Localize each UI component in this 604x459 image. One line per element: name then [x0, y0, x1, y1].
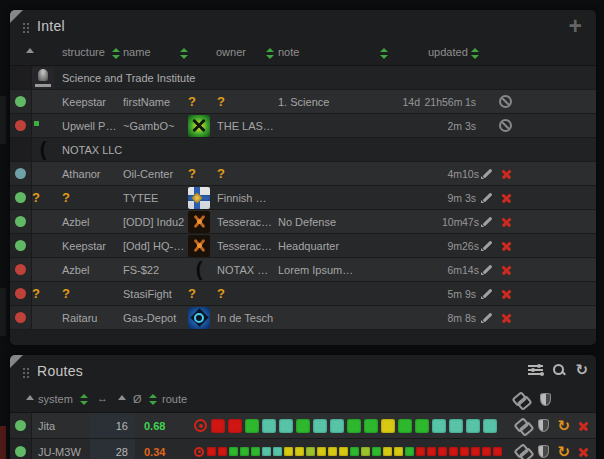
- link-icon[interactable]: [513, 394, 528, 405]
- edit-icon[interactable]: [481, 167, 494, 180]
- route-system-square-green[interactable]: [364, 419, 378, 433]
- route-system-square-teal[interactable]: [273, 447, 282, 456]
- route-row[interactable]: Jita160.68↻: [10, 413, 596, 439]
- sort-caret-status[interactable]: [26, 395, 34, 400]
- delete-icon[interactable]: [501, 168, 512, 179]
- route-system-square-red[interactable]: [438, 447, 447, 456]
- shield-icon[interactable]: [538, 445, 549, 458]
- delete-route-icon[interactable]: [578, 420, 589, 431]
- route-system-square-yellowgreen[interactable]: [361, 447, 370, 456]
- intel-structure-row[interactable]: AzbelFS-$22(NOTAX LLCLorem Ipsum…6m14s: [10, 258, 596, 282]
- edit-icon[interactable]: [481, 287, 494, 300]
- delete-icon[interactable]: [501, 192, 512, 203]
- column-header-owner[interactable]: owner: [216, 46, 246, 58]
- route-system-square-green[interactable]: [251, 447, 260, 456]
- route-system-square-green[interactable]: [350, 447, 359, 456]
- column-header-updated[interactable]: updated: [428, 46, 468, 58]
- intel-group-row[interactable]: Science and Trade Institute: [10, 66, 596, 90]
- route-system-square-teal[interactable]: [330, 419, 344, 433]
- delete-icon[interactable]: [501, 216, 512, 227]
- route-system-square-green[interactable]: [415, 419, 429, 433]
- edit-icon[interactable]: [481, 215, 494, 228]
- intel-structure-row[interactable]: KeepstarfirstName??1. Science14d21h56m1s: [10, 90, 596, 114]
- column-header-structure[interactable]: structure: [62, 46, 105, 58]
- route-system-square-teal[interactable]: [262, 419, 276, 433]
- delete-icon[interactable]: [501, 240, 512, 251]
- refresh-icon[interactable]: ↻: [575, 363, 588, 377]
- intel-structure-row[interactable]: ??StasiFight??5m9s: [10, 282, 596, 306]
- route-settings-icon[interactable]: [528, 364, 543, 376]
- column-header-note[interactable]: note: [278, 46, 299, 58]
- route-system-square-teal[interactable]: [262, 447, 271, 456]
- route-system-square-yellow[interactable]: [381, 419, 395, 433]
- route-system-square-yellow[interactable]: [317, 447, 326, 456]
- sort-icon[interactable]: [471, 48, 479, 59]
- route-system-square-green[interactable]: [245, 419, 259, 433]
- sort-icon[interactable]: [149, 394, 157, 405]
- route-system-square-green[interactable]: [405, 447, 414, 456]
- route-system-square-teal[interactable]: [432, 419, 446, 433]
- link-icon[interactable]: [515, 420, 530, 431]
- sort-icon[interactable]: [180, 48, 188, 59]
- refresh-route-icon[interactable]: ↻: [557, 445, 570, 459]
- route-system-square-green[interactable]: [398, 419, 412, 433]
- route-system-square-yellow[interactable]: [383, 447, 392, 456]
- column-header-system[interactable]: system: [38, 393, 73, 405]
- route-system-square-red[interactable]: [493, 447, 502, 456]
- intel-structure-row[interactable]: Keepstar[Odd] HQ-OneTesseract C…Headquar…: [10, 234, 596, 258]
- route-system-square-red[interactable]: [211, 419, 225, 433]
- intel-structure-row[interactable]: ??TYTEEFinnish Dee…9m3s: [10, 186, 596, 210]
- drag-handle-icon[interactable]: [23, 23, 30, 34]
- route-system-square-red[interactable]: [482, 447, 491, 456]
- shield-icon[interactable]: [540, 393, 551, 406]
- route-system-square-yellow[interactable]: [339, 447, 348, 456]
- sort-icon[interactable]: [80, 394, 88, 405]
- route-system-square-yellowgreen[interactable]: [306, 447, 315, 456]
- add-structure-button[interactable]: +: [569, 14, 582, 38]
- column-header-name[interactable]: name: [123, 46, 151, 58]
- route-system-square-yellow[interactable]: [394, 447, 403, 456]
- route-system-square-yellow[interactable]: [295, 447, 304, 456]
- delete-icon[interactable]: [501, 288, 512, 299]
- route-system-square-red[interactable]: [460, 447, 469, 456]
- edit-icon[interactable]: [481, 239, 494, 252]
- delete-icon[interactable]: [501, 264, 512, 275]
- route-row[interactable]: JU-M3W280.34↻: [10, 439, 596, 459]
- route-system-square-teal[interactable]: [466, 419, 480, 433]
- route-system-square-teal[interactable]: [449, 419, 463, 433]
- edit-icon[interactable]: [481, 311, 494, 324]
- route-system-square-red[interactable]: [416, 447, 425, 456]
- column-header-avg-security[interactable]: Ø: [133, 393, 142, 405]
- intel-structure-row[interactable]: AthanorOil-Center??4m10s: [10, 162, 596, 186]
- column-header-route[interactable]: route: [162, 393, 187, 405]
- shield-icon[interactable]: [538, 419, 549, 432]
- route-system-square-teal[interactable]: [483, 419, 497, 433]
- sort-icon[interactable]: [112, 48, 120, 59]
- sort-caret-status[interactable]: [26, 48, 34, 53]
- intel-structure-row[interactable]: RaitaruGas-DepotIn de Tesch8m8s: [10, 306, 596, 330]
- edit-icon[interactable]: [481, 191, 494, 204]
- route-system-square-red[interactable]: [228, 419, 242, 433]
- delete-icon[interactable]: [501, 312, 512, 323]
- route-system-square-red[interactable]: [449, 447, 458, 456]
- route-system-square-yellow[interactable]: [284, 447, 293, 456]
- edit-icon[interactable]: [481, 263, 494, 276]
- route-system-square-yellow[interactable]: [328, 447, 337, 456]
- route-system-square-red[interactable]: [207, 447, 216, 456]
- column-header-jumps[interactable]: ↔: [97, 392, 108, 404]
- refresh-route-icon[interactable]: ↻: [557, 419, 570, 433]
- route-system-square-red[interactable]: [218, 447, 227, 456]
- intel-structure-row[interactable]: Upwell Pal…~GambO~THE LAST A…2m3s: [10, 114, 596, 138]
- route-system-square-green[interactable]: [372, 447, 381, 456]
- intel-structure-row[interactable]: Azbel[ODD] Indu2Tesseract C…No Defense10…: [10, 210, 596, 234]
- intel-group-row[interactable]: (NOTAX LLC: [10, 138, 596, 162]
- route-system-square-teal[interactable]: [313, 419, 327, 433]
- route-system-square-green[interactable]: [347, 419, 361, 433]
- search-icon[interactable]: [552, 363, 566, 377]
- delete-route-icon[interactable]: [578, 446, 589, 457]
- route-system-square-red[interactable]: [471, 447, 480, 456]
- sort-icon[interactable]: [380, 48, 388, 59]
- route-system-square-teal[interactable]: [279, 419, 293, 433]
- route-system-square-green[interactable]: [229, 447, 238, 456]
- route-system-square-green[interactable]: [296, 419, 310, 433]
